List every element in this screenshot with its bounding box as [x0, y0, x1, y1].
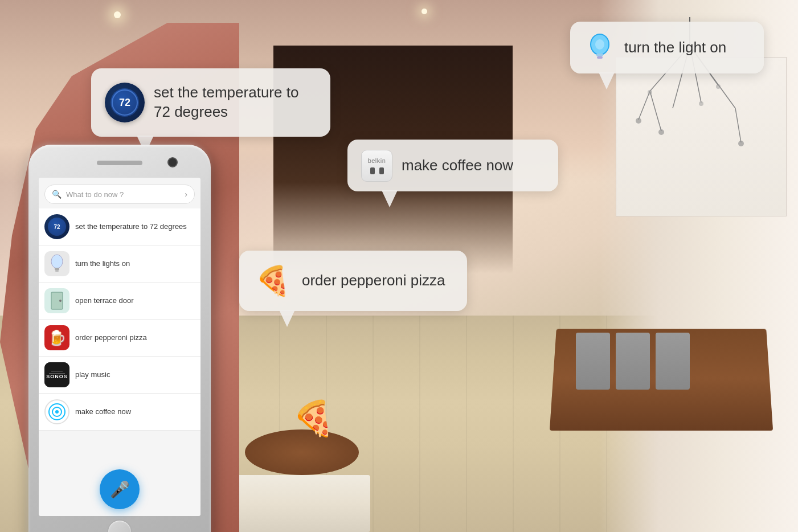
mic-button[interactable]: 🎤 [100, 469, 140, 509]
phone-screen: 🔍 What to do now ? › 72 set the temperat… [39, 178, 200, 516]
temperature-bubble: 72 set the temperature to 72 degrees [91, 68, 330, 137]
svg-rect-31 [597, 56, 603, 59]
list-item-text: play music [75, 370, 110, 380]
ceiling-light-2 [421, 9, 427, 14]
door-icon [44, 288, 69, 313]
svg-point-11 [648, 90, 652, 95]
phone-camera [169, 158, 177, 166]
svg-line-6 [639, 91, 650, 120]
lightbulb-icon [44, 251, 69, 276]
svg-point-19 [59, 300, 62, 302]
search-input[interactable]: What to do now ? [66, 190, 180, 199]
thermostat-icon: 72 [44, 214, 69, 239]
sonos-icon: SONOS [44, 362, 69, 387]
dining-chair-2 [616, 333, 650, 390]
coffee-bubble: belkin make coffee now [347, 140, 558, 191]
pizza-bubble-text: order pepperoni pizza [302, 271, 445, 290]
svg-point-13 [716, 84, 721, 89]
smartthings-icon [44, 399, 69, 424]
list-item-text: make coffee now [75, 407, 131, 417]
pizza-order-icon: 🍺 [44, 325, 69, 350]
light-bubble-icon [584, 32, 615, 63]
list-item[interactable]: 🍺 order pepperoni pizza [39, 320, 200, 357]
coffee-bubble-icon: belkin [361, 150, 392, 181]
light-bubble: turn the light on [570, 22, 764, 73]
dining-chair-1 [656, 333, 690, 390]
search-arrow-icon: › [185, 190, 187, 199]
search-bar[interactable]: 🔍 What to do now ? › [44, 185, 195, 204]
svg-rect-16 [55, 268, 59, 270]
pizza-on-coffee-table: 🍕 [290, 395, 336, 441]
list-item[interactable]: SONOS play music [39, 357, 200, 394]
list-item-text: turn the lights on [75, 259, 130, 269]
list-item-text: order pepperoni pizza [75, 333, 147, 343]
svg-point-14 [699, 101, 703, 106]
thermostat-bubble-icon: 72 [105, 83, 145, 122]
svg-point-15 [51, 255, 63, 268]
ceiling-light-1 [114, 11, 121, 18]
svg-text:SONOS: SONOS [46, 374, 68, 379]
temperature-bubble-text: set the temperature to 72 degrees [154, 83, 317, 122]
svg-rect-30 [596, 54, 603, 56]
svg-point-10 [658, 129, 664, 135]
pizza-bubble: 🍕 order pepperoni pizza [239, 251, 467, 311]
list-item[interactable]: make coffee now [39, 394, 200, 431]
list-item-text: set the temperature to 72 degrees [75, 222, 187, 232]
list-item[interactable]: 72 set the temperature to 72 degrees [39, 208, 200, 245]
list-item[interactable]: open terrace door [39, 283, 200, 320]
svg-rect-17 [55, 270, 59, 272]
svg-line-8 [735, 108, 741, 142]
light-bubble-text: turn the light on [624, 38, 726, 58]
list-item-text: open terrace door [75, 296, 134, 306]
svg-point-9 [636, 118, 641, 124]
svg-line-7 [650, 91, 661, 131]
smartphone: 🔍 What to do now ? › 72 set the temperat… [28, 145, 211, 532]
search-icon: 🔍 [52, 190, 62, 199]
svg-point-27 [55, 410, 59, 414]
svg-point-32 [595, 39, 604, 50]
pizza-bubble-icon: 🍕 [253, 261, 293, 301]
dining-chair-3 [576, 333, 610, 390]
svg-point-12 [738, 141, 744, 146]
list-item[interactable]: turn the lights on [39, 245, 200, 283]
phone-speaker [97, 161, 142, 165]
coffee-bubble-text: make coffee now [402, 156, 513, 175]
